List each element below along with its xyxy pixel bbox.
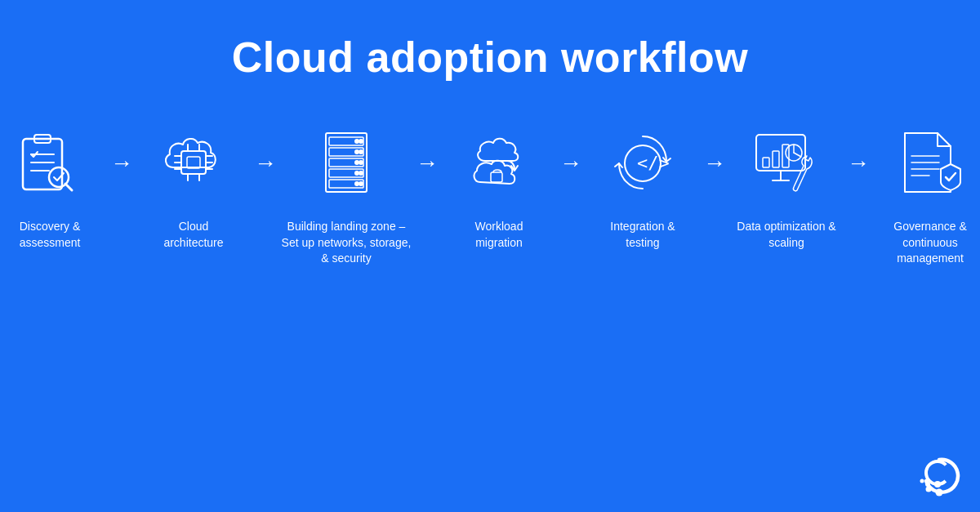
integration-label: Integration &testing — [610, 219, 675, 251]
step-integration: </> Integration &testing — [582, 122, 703, 251]
do-logo — [918, 455, 960, 497]
svg-point-28 — [359, 150, 363, 154]
step-migration: Workloadmigration — [439, 122, 559, 251]
svg-rect-7 — [181, 151, 206, 174]
step-governance: Governance &continuousmanagement — [870, 122, 980, 267]
step-optimization: Data optimization &scaling — [726, 122, 847, 251]
arrow-6: → — [847, 152, 870, 175]
svg-point-29 — [355, 161, 359, 164]
step-architecture: Cloudarchitecture — [133, 122, 254, 251]
svg-line-6 — [65, 184, 72, 190]
step-landing-zone: Building landing zone –Set up networks, … — [277, 122, 416, 267]
svg-text:</>: </> — [637, 153, 670, 173]
svg-rect-38 — [756, 135, 805, 171]
governance-icon — [889, 122, 971, 204]
svg-rect-43 — [782, 145, 789, 167]
workflow-container: Discovery & assessment → — [0, 122, 980, 267]
svg-line-46 — [794, 153, 801, 157]
arrow-3: → — [416, 152, 439, 175]
svg-rect-41 — [763, 158, 769, 167]
svg-rect-0 — [23, 139, 62, 189]
arrow-1: → — [110, 152, 133, 175]
svg-rect-35 — [491, 172, 502, 182]
svg-point-34 — [359, 182, 363, 185]
svg-point-54 — [936, 489, 943, 496]
optimization-icon — [746, 122, 827, 204]
arrow-5: → — [703, 152, 726, 175]
step-discovery: Discovery & assessment — [0, 122, 110, 251]
page-title: Cloud adoption workflow — [232, 33, 749, 82]
svg-point-55 — [926, 487, 932, 492]
migration-label: Workloadmigration — [475, 219, 523, 251]
architecture-label: Cloudarchitecture — [163, 219, 223, 251]
discovery-label: Discovery & assessment — [0, 219, 110, 251]
landing-zone-icon — [305, 122, 387, 204]
svg-point-32 — [359, 171, 363, 175]
svg-point-31 — [355, 171, 359, 175]
svg-point-33 — [355, 182, 359, 185]
svg-point-30 — [359, 161, 363, 164]
svg-point-56 — [920, 479, 924, 483]
arrow-4: → — [559, 152, 582, 175]
integration-icon: </> — [602, 122, 684, 204]
landing-zone-label: Building landing zone –Set up networks, … — [282, 219, 412, 267]
architecture-icon — [153, 122, 234, 204]
migration-icon — [458, 122, 540, 204]
discovery-icon — [9, 122, 91, 204]
governance-label: Governance &continuousmanagement — [893, 219, 967, 267]
svg-point-25 — [355, 140, 359, 143]
arrow-2: → — [254, 152, 277, 175]
optimization-label: Data optimization &scaling — [737, 219, 835, 251]
svg-rect-18 — [187, 157, 200, 168]
svg-rect-42 — [773, 151, 779, 167]
svg-point-26 — [359, 140, 363, 143]
svg-point-27 — [355, 150, 359, 154]
